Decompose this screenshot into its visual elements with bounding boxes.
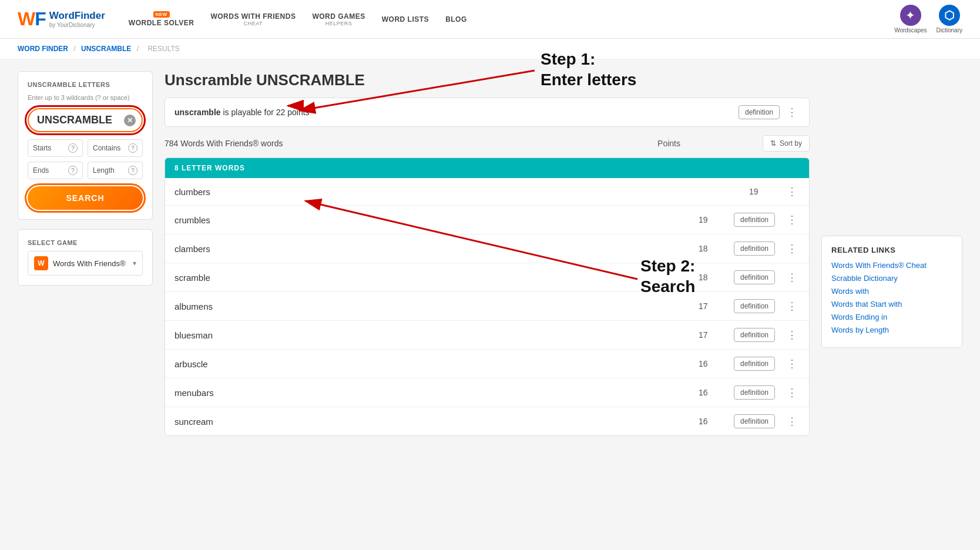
clear-button[interactable]: ✕ — [124, 115, 136, 126]
link-words-ending[interactable]: Words Ending in — [831, 313, 887, 321]
dictionary-icon: ⬡ — [939, 5, 960, 26]
nav-blog[interactable]: BLOG — [445, 15, 467, 24]
nav-wordgames[interactable]: WORD GAMES HELPERS — [312, 12, 365, 26]
more-crumbles[interactable]: ⋮ — [784, 213, 800, 226]
sidebar: UNSCRAMBLE LETTERS Enter up to 3 wildcar… — [18, 71, 153, 443]
related-links-box: RELATED LINKS Words With Friends® Cheat … — [821, 236, 962, 348]
length-help-icon[interactable]: ? — [128, 166, 137, 175]
table-row: bluesman 17 definition ⋮ — [165, 321, 809, 350]
def-albumens[interactable]: definition — [734, 299, 775, 313]
more-clumbers[interactable]: ⋮ — [784, 185, 800, 198]
contains-help-icon[interactable]: ? — [128, 143, 137, 153]
more-scramble[interactable]: ⋮ — [784, 271, 800, 284]
results-count: 784 Words With Friends® words — [165, 139, 657, 148]
table-row: clumbers 19 ⋮ — [165, 178, 809, 206]
word-bluesman: bluesman — [174, 330, 699, 340]
breadcrumb-word-finder[interactable]: WORD FINDER — [18, 45, 68, 53]
letter-input[interactable] — [37, 114, 120, 126]
more-bluesman[interactable]: ⋮ — [784, 328, 800, 341]
related-links-list: Words With Friends® Cheat Scrabble Dicti… — [831, 260, 952, 334]
link-words-start[interactable]: Words that Start with — [831, 300, 902, 308]
word-menubars: menubars — [174, 388, 699, 398]
def-suncream[interactable]: definition — [734, 414, 775, 428]
game-select-section: SELECT GAME W Words With Friends® ▾ — [18, 229, 153, 286]
sort-button[interactable]: ⇅ Sort by — [763, 135, 810, 152]
word-actions: definition ⋮ — [734, 328, 800, 342]
more-arbuscle[interactable]: ⋮ — [784, 357, 800, 370]
link-words-length[interactable]: Words by Length — [831, 326, 889, 334]
logo[interactable]: WF WordFinder by YourDictionary — [18, 8, 105, 30]
game-select-title: SELECT GAME — [28, 239, 143, 246]
wordscapes-icon-btn[interactable]: ✦ Wordscapes — [894, 5, 927, 33]
nav-wwf[interactable]: WORDS WITH FRIENDS CHEAT — [210, 12, 296, 26]
word-albumens: albumens — [174, 301, 699, 311]
new-badge: NEW — [153, 11, 170, 18]
more-options-button[interactable]: ⋮ — [784, 106, 800, 119]
starts-help-icon[interactable]: ? — [68, 143, 78, 153]
def-clambers[interactable]: definition — [734, 242, 775, 256]
word-scramble: scramble — [174, 273, 699, 283]
nav-wordlists[interactable]: WORD LISTS — [382, 15, 429, 24]
points-crumbles: 19 — [699, 215, 734, 224]
filter-row-1: Starts ? Contains ? — [28, 139, 143, 157]
game-dropdown[interactable]: W Words With Friends® ▾ — [28, 251, 143, 276]
points-clumbers: 19 — [749, 187, 784, 196]
def-menubars[interactable]: definition — [734, 385, 775, 400]
word-actions: definition ⋮ — [734, 385, 800, 400]
more-albumens[interactable]: ⋮ — [784, 300, 800, 313]
logo-text: WordFinder by YourDictionary — [49, 10, 105, 28]
letter-input-wrapper[interactable]: ✕ — [28, 108, 143, 132]
table-row: clambers 18 definition ⋮ — [165, 234, 809, 263]
link-wwf-cheat[interactable]: Words With Friends® Cheat — [831, 261, 927, 270]
points-header: Points — [657, 139, 680, 148]
list-item: Words that Start with — [831, 299, 952, 308]
logo-wf: WF — [18, 8, 46, 30]
results-title: Unscramble UNSCRAMBLE — [165, 71, 810, 89]
list-item: Words With Friends® Cheat — [831, 260, 952, 270]
related-links-title: RELATED LINKS — [831, 246, 952, 254]
word-arbuscle: arbuscle — [174, 359, 699, 369]
def-arbuscle[interactable]: definition — [734, 357, 775, 371]
points-arbuscle: 16 — [699, 359, 734, 368]
breadcrumb-results: RESULTS — [147, 45, 179, 53]
dictionary-icon-btn[interactable]: ⬡ Dictionary — [937, 5, 962, 33]
stats-row: 784 Words With Friends® words Points ⇅ S… — [165, 135, 810, 152]
table-row: menubars 16 definition ⋮ — [165, 378, 809, 407]
logo-brand: WordFinder — [49, 10, 105, 22]
right-sidebar: RELATED LINKS Words With Friends® Cheat … — [821, 71, 962, 443]
def-crumbles[interactable]: definition — [734, 213, 775, 227]
length-filter[interactable]: Length ? — [88, 162, 143, 179]
words-table: 8 LETTER WORDS clumbers 19 ⋮ crumbles 19… — [165, 157, 810, 436]
more-suncream[interactable]: ⋮ — [784, 415, 800, 428]
ends-filter[interactable]: Ends ? — [28, 162, 83, 179]
word-actions: definition ⋮ — [734, 299, 800, 313]
def-bluesman[interactable]: definition — [734, 328, 775, 342]
points-bluesman: 17 — [699, 330, 734, 340]
list-item: Words Ending in — [831, 312, 952, 321]
word-actions: definition ⋮ — [734, 242, 800, 256]
link-scrabble-dict[interactable]: Scrabble Dictionary — [831, 274, 898, 283]
def-scramble[interactable]: definition — [734, 270, 775, 284]
header: WF WordFinder by YourDictionary NEW WORD… — [0, 0, 980, 39]
points-menubars: 16 — [699, 388, 734, 397]
breadcrumb-unscramble[interactable]: UNSCRAMBLE — [81, 45, 131, 53]
table-row: albumens 17 definition ⋮ — [165, 292, 809, 321]
word-crumbles: crumbles — [174, 215, 699, 225]
results-area: Unscramble UNSCRAMBLE unscramble is play… — [165, 71, 810, 443]
more-clambers[interactable]: ⋮ — [784, 242, 800, 255]
sidebar-subtitle: Enter up to 3 wildcards (? or space) — [28, 94, 143, 101]
starts-filter[interactable]: Starts ? — [28, 139, 83, 157]
nav-wordle[interactable]: NEW WORDLE SOLVER — [129, 11, 194, 27]
word-actions: definition ⋮ — [734, 213, 800, 227]
word-actions: definition ⋮ — [734, 414, 800, 428]
more-menubars[interactable]: ⋮ — [784, 386, 800, 399]
contains-filter[interactable]: Contains ? — [88, 139, 143, 157]
definition-button[interactable]: definition — [739, 105, 780, 119]
table-row: scramble 18 definition ⋮ — [165, 263, 809, 292]
search-button[interactable]: SEARCH — [28, 186, 143, 210]
chevron-down-icon: ▾ — [133, 259, 136, 267]
ends-help-icon[interactable]: ? — [68, 166, 78, 175]
link-words-with[interactable]: Words with — [831, 287, 869, 296]
unscramble-section: UNSCRAMBLE LETTERS Enter up to 3 wildcar… — [18, 71, 153, 220]
filter-row-2: Ends ? Length ? — [28, 162, 143, 179]
